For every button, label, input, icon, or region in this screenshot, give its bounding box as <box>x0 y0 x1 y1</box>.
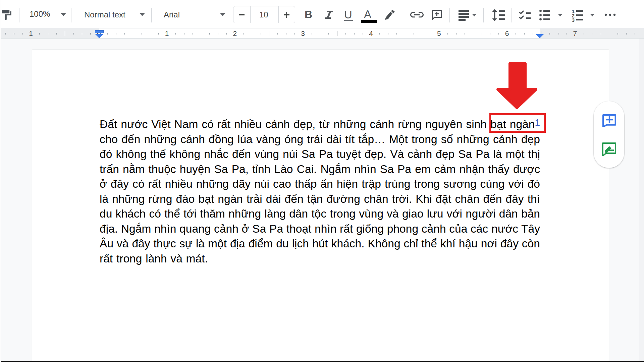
svg-text:3: 3 <box>572 17 575 22</box>
